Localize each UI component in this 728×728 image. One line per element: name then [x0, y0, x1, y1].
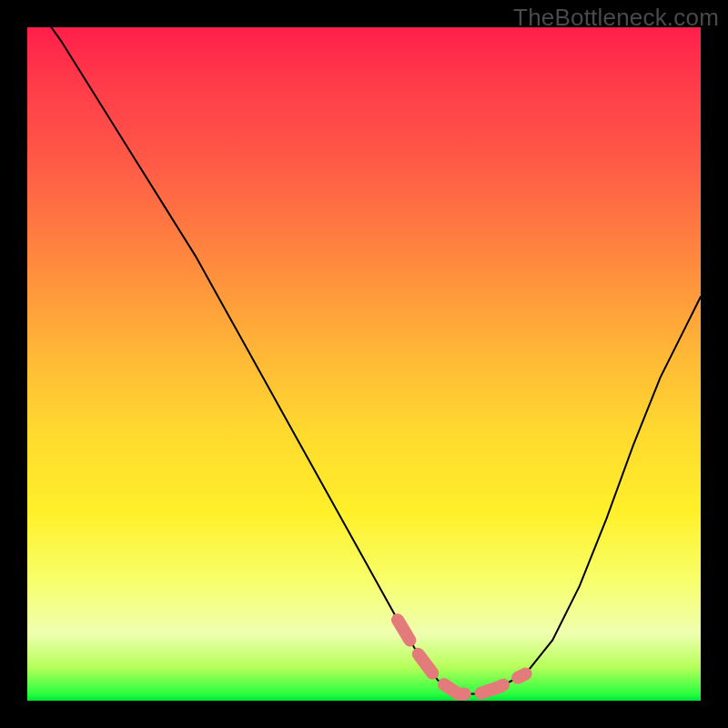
bottleneck-curve — [27, 27, 701, 694]
plot-area — [27, 27, 701, 701]
valley-highlight — [398, 620, 526, 693]
watermark-label: TheBottleneck.com — [513, 4, 719, 32]
chart-frame: TheBottleneck.com — [0, 0, 728, 728]
curve-layer — [27, 27, 701, 701]
